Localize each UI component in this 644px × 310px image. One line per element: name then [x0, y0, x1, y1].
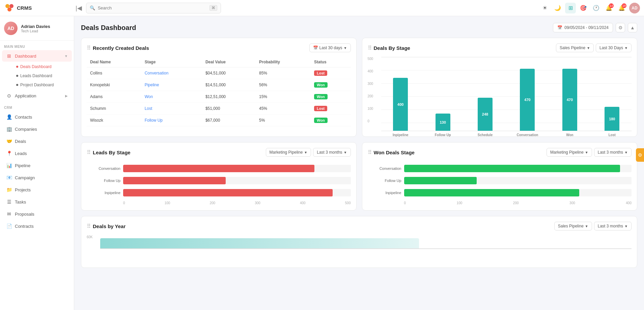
hbar-row: Inpipeline — [368, 189, 632, 196]
pipeline-label: Pipeline — [15, 163, 68, 168]
proposals-icon: ✉ — [6, 211, 12, 217]
hbar-fill — [404, 189, 579, 196]
notification-btn-1[interactable]: 🔔 14 — [604, 3, 614, 13]
recently-created-deals-filter[interactable]: 📅 Last 30 days ▼ — [309, 43, 351, 52]
hbar-track — [404, 189, 632, 196]
moon-btn[interactable]: 🌙 — [552, 3, 563, 13]
sidebar-item-deals[interactable]: 🤝 Deals — [2, 135, 72, 147]
year-time-label: Last 3 months — [598, 224, 623, 228]
leads-pipeline-filter[interactable]: Marketing Pipeline ▼ — [266, 148, 311, 157]
leads-by-stage-header: ⠿ Leads By Stage Marketing Pipeline ▼ La… — [87, 148, 351, 157]
status-badge: Lost — [314, 70, 327, 76]
sidebar-item-dashboard[interactable]: ⊞ Dashboard ▼ — [2, 50, 72, 62]
deal-value: $67,000 — [202, 115, 256, 126]
x-axis-label: 400 — [626, 201, 632, 205]
dashboard-grid: ⠿ Recently Created Deals 📅 Last 30 days … — [81, 38, 637, 268]
search-bar[interactable]: 🔍 ⌘ — [86, 3, 221, 13]
search-input[interactable] — [98, 5, 207, 10]
topbar: CRMS |◀ 🔍 ⌘ ☀ 🌙 ⊞ 🎯 🕐 🔔 14 🔔 18 AD — [0, 0, 644, 16]
deal-status: Won — [311, 79, 351, 91]
hbar-track — [123, 165, 351, 172]
drag-handle-icon-4: ⠿ — [368, 149, 372, 156]
recently-created-deals-card: ⠿ Recently Created Deals 📅 Last 30 days … — [81, 38, 357, 137]
status-badge: Won — [314, 94, 328, 99]
sidebar-item-deals-dashboard[interactable]: Deals Dashboard — [12, 62, 72, 71]
deal-stage[interactable]: Follow Up — [141, 115, 202, 126]
hbar-row: Conversation — [368, 165, 632, 172]
sidebar-item-projects[interactable]: 📁 Projects — [2, 184, 72, 195]
sidebar-item-contacts[interactable]: 👤 Contacts — [2, 111, 72, 123]
sidebar-toggle-btn[interactable]: |◀ — [74, 3, 83, 13]
sidebar-item-companies[interactable]: 🏢 Companies — [2, 123, 72, 135]
bar: 470 Conversation — [520, 69, 535, 131]
won-pipeline-filter[interactable]: Marketing Pipeline ▼ — [547, 148, 592, 157]
x-axis-label: 300 — [569, 201, 575, 205]
main-layout: AD Adrian Davies Tech Lead MAIN MENU ⊞ D… — [0, 16, 644, 310]
sidebar: AD Adrian Davies Tech Lead MAIN MENU ⊞ D… — [0, 16, 74, 310]
notification-btn-2[interactable]: 🔔 18 — [616, 3, 627, 13]
sidebar-item-proposals[interactable]: ✉ Proposals — [2, 208, 72, 220]
deals-pipeline-filter[interactable]: Sales Pipeline ▼ — [556, 43, 594, 52]
won-deals-stage-header: ⠿ Won Deals Stage Marketing Pipeline ▼ L… — [368, 148, 632, 157]
deal-stage[interactable]: Pipeline — [141, 79, 202, 91]
deal-status: Lost — [311, 103, 351, 115]
date-range-btn[interactable]: 📅 09/05/2024 - 09/11/2024 — [553, 23, 613, 32]
deal-value: $04,51,000 — [202, 67, 256, 79]
hbar-label: Follow Up — [87, 179, 120, 183]
sun-btn[interactable]: ☀ — [539, 3, 550, 13]
status-badge: Lost — [314, 106, 327, 111]
hbar-x-axis: 0100200300400 — [368, 201, 632, 205]
leads-time-caret: ▼ — [344, 151, 347, 154]
bar-group: 470 Conversation — [508, 65, 547, 131]
deals-time-filter[interactable]: Last 30 Days ▼ — [596, 43, 632, 52]
sidebar-item-leads-dashboard[interactable]: Leads Dashboard — [12, 71, 72, 80]
sidebar-item-pipeline[interactable]: 📊 Pipeline — [2, 160, 72, 171]
svg-point-1 — [9, 4, 13, 8]
won-pipeline-caret: ▼ — [585, 151, 588, 154]
sidebar-item-tasks[interactable]: ☰ Tasks — [2, 196, 72, 208]
year-time-filter[interactable]: Last 3 months ▼ — [594, 222, 632, 230]
calendar-filter-icon: 📅 — [313, 45, 318, 50]
deal-probability: 5% — [256, 115, 311, 126]
x-axis-label: 200 — [209, 201, 215, 205]
x-axis-label: 100 — [457, 201, 463, 205]
clock-btn[interactable]: 🕐 — [591, 3, 601, 13]
sidebar-item-application[interactable]: ⊙ Application ▶ — [2, 90, 72, 101]
deal-stage[interactable]: Won — [141, 91, 202, 103]
bar: 400 Inpipeline — [393, 78, 408, 131]
hbar-row: Inpipeline — [87, 189, 351, 196]
deal-probability: 15% — [256, 91, 311, 103]
header-actions: 📅 09/05/2024 - 09/11/2024 ⚙ ▲ — [553, 23, 637, 32]
deal-stage[interactable]: Conversation — [141, 67, 202, 79]
deal-name: Schumm — [87, 103, 141, 115]
status-badge: Won — [314, 82, 328, 88]
leads-time-filter[interactable]: Last 3 months ▼ — [313, 148, 351, 157]
refresh-btn[interactable]: ⚙ — [616, 23, 625, 32]
target-btn[interactable]: 🎯 — [578, 3, 589, 13]
pipeline-icon: 📊 — [6, 162, 12, 168]
sidebar-item-contracts[interactable]: 📄 Contracts — [2, 220, 72, 232]
settings-tab[interactable]: ⚙ — [636, 148, 644, 162]
table-row: Collins Conversation $04,51,000 85% Lost — [87, 67, 351, 79]
svg-point-0 — [5, 4, 9, 8]
contracts-label: Contracts — [15, 224, 68, 229]
deal-value: $14,51,000 — [202, 79, 256, 91]
year-pipeline-filter[interactable]: Sales Pipeline ▼ — [554, 222, 592, 230]
sidebar-item-campaign[interactable]: 📧 Campaign — [2, 172, 72, 183]
year-pipeline-label: Sales Pipeline — [558, 224, 584, 228]
col-stage: Stage — [141, 57, 202, 67]
sidebar-item-project-dashboard[interactable]: Project Dashboard — [12, 81, 72, 89]
collapse-btn[interactable]: ▲ — [628, 23, 637, 32]
grid-btn[interactable]: ⊞ — [565, 3, 576, 13]
x-axis-label: 0 — [123, 201, 125, 205]
tasks-label: Tasks — [15, 199, 68, 205]
deal-stage[interactable]: Lost — [141, 103, 202, 115]
bar-x-label: Schedule — [478, 133, 493, 137]
leads-by-stage-chart: Conversation Follow Up Inpipeline 010020… — [87, 161, 351, 205]
profile-name: Adrian Davies — [21, 24, 50, 29]
sidebar-item-leads[interactable]: 📍 Leads — [2, 148, 72, 159]
search-shortcut: ⌘ — [209, 5, 217, 11]
user-avatar[interactable]: AD — [629, 3, 640, 13]
won-time-filter[interactable]: Last 3 months ▼ — [594, 148, 632, 157]
bar-group: 130 Follow Up — [423, 65, 462, 131]
